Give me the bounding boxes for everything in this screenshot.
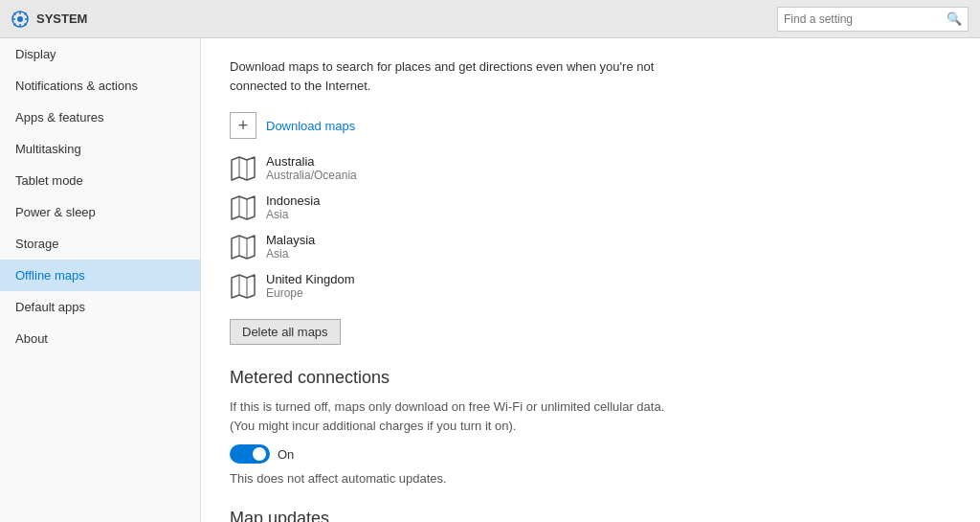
svg-marker-16 — [232, 236, 255, 259]
sidebar-item-about[interactable]: About — [0, 323, 200, 354]
map-entry: United KingdomEurope — [230, 272, 951, 300]
map-region: Asia — [266, 247, 315, 261]
map-name: Australia — [266, 154, 357, 169]
sidebar-item-default-apps[interactable]: Default apps — [0, 291, 200, 323]
section-metered: Metered connectionsIf this is turned off… — [230, 368, 951, 486]
map-icon — [230, 273, 256, 300]
map-name: Malaysia — [266, 233, 315, 247]
title-bar: SYSTEM 🔍 — [0, 0, 980, 38]
sidebar: DisplayNotifications & actionsApps & fea… — [0, 38, 201, 522]
map-entry: AustraliaAustralia/Oceania — [230, 154, 951, 182]
map-info: AustraliaAustralia/Oceania — [266, 154, 357, 182]
delete-all-maps-button[interactable]: Delete all maps — [230, 319, 341, 345]
section-heading: Map updates — [230, 509, 951, 522]
map-icon — [230, 194, 256, 221]
app-title: SYSTEM — [36, 11, 777, 26]
map-info: IndonesiaAsia — [266, 193, 320, 221]
search-input[interactable] — [784, 12, 947, 26]
download-maps-button[interactable]: + Download maps — [230, 112, 951, 139]
section-heading: Metered connections — [230, 368, 951, 388]
map-info: United KingdomEurope — [266, 272, 355, 300]
note-text: This does not affect automatic updates. — [230, 471, 951, 486]
download-maps-label: Download maps — [266, 119, 355, 133]
svg-marker-10 — [232, 157, 255, 180]
sidebar-item-tablet[interactable]: Tablet mode — [0, 165, 200, 196]
search-box[interactable]: 🔍 — [777, 7, 969, 32]
toggle-label: On — [278, 447, 294, 462]
map-icon — [230, 234, 256, 261]
svg-marker-19 — [232, 275, 255, 298]
sidebar-item-power[interactable]: Power & sleep — [0, 196, 200, 228]
system-icon — [11, 11, 29, 28]
main-container: DisplayNotifications & actionsApps & fea… — [0, 38, 980, 522]
toggle-row: On — [230, 444, 951, 464]
map-region: Australia/Oceania — [266, 169, 357, 182]
sidebar-item-multitasking[interactable]: Multitasking — [0, 133, 200, 165]
sections-container: Metered connectionsIf this is turned off… — [230, 368, 951, 522]
section-description: If this is turned off, maps only downloa… — [230, 397, 689, 435]
content-area: Download maps to search for places and g… — [201, 38, 980, 522]
map-info: MalaysiaAsia — [266, 233, 315, 261]
section-map-updates: Map updatesAutomatically update mapsOn — [230, 509, 951, 522]
sidebar-item-apps[interactable]: Apps & features — [0, 102, 200, 133]
svg-marker-13 — [232, 196, 255, 219]
map-icon — [230, 155, 256, 182]
toggle-switch[interactable] — [230, 444, 270, 464]
map-entry: IndonesiaAsia — [230, 193, 951, 221]
sidebar-item-display[interactable]: Display — [0, 38, 200, 70]
map-entry: MalaysiaAsia — [230, 233, 951, 261]
plus-icon: + — [230, 112, 256, 139]
map-list: AustraliaAustralia/Oceania IndonesiaAsia… — [230, 154, 951, 300]
page-description: Download maps to search for places and g… — [230, 57, 689, 95]
sidebar-item-notifications[interactable]: Notifications & actions — [0, 70, 200, 102]
sidebar-item-storage[interactable]: Storage — [0, 228, 200, 260]
map-region: Asia — [266, 208, 320, 221]
sidebar-item-offline-maps[interactable]: Offline maps — [0, 260, 200, 291]
svg-point-1 — [17, 16, 23, 22]
map-region: Europe — [266, 286, 355, 300]
map-name: Indonesia — [266, 193, 320, 208]
search-icon: 🔍 — [947, 11, 962, 26]
map-name: United Kingdom — [266, 272, 355, 286]
